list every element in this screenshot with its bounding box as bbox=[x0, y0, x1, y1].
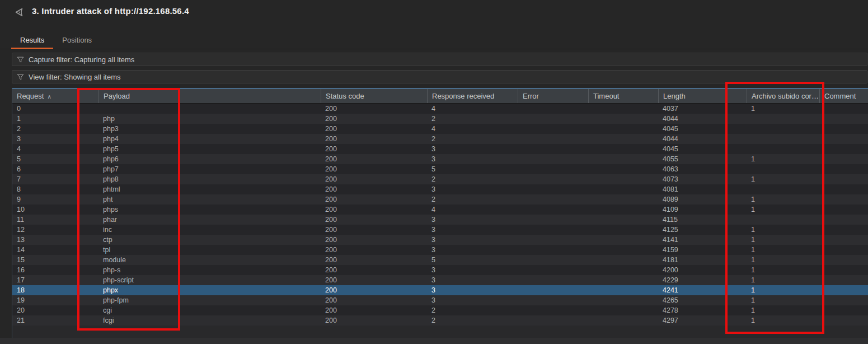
cell-request: 20 bbox=[12, 305, 98, 315]
cell-request: 5 bbox=[12, 154, 98, 164]
cell-response: 5 bbox=[427, 164, 518, 174]
cell-status: 200 bbox=[321, 245, 427, 255]
cell-length: 4125 bbox=[658, 225, 747, 235]
cell-payload: inc bbox=[98, 225, 321, 235]
cell-length: 4045 bbox=[658, 144, 747, 154]
table-row-16[interactable]: 16php-s200342001 bbox=[12, 265, 868, 275]
cell-error bbox=[518, 134, 588, 144]
cell-timeout bbox=[588, 315, 658, 326]
capture-filter-bar[interactable]: Capture filter: Capturing all items bbox=[12, 53, 867, 66]
cell-archivo bbox=[747, 134, 819, 144]
table-row-2[interactable]: 2php320044045 bbox=[12, 124, 868, 134]
cell-error bbox=[518, 174, 588, 184]
table-row-8[interactable]: 8phtml20034081 bbox=[12, 184, 868, 194]
cell-comment bbox=[819, 194, 868, 204]
column-header-length[interactable]: Length bbox=[658, 89, 747, 103]
cell-error bbox=[518, 215, 588, 225]
column-header-response[interactable]: Response received bbox=[427, 89, 518, 103]
cell-comment bbox=[819, 104, 868, 114]
column-header-error[interactable]: Error bbox=[518, 89, 588, 103]
column-header-archivo[interactable]: Archivo subido corr... bbox=[747, 89, 819, 103]
cell-archivo bbox=[747, 144, 819, 154]
table-row-12[interactable]: 12inc200341251 bbox=[12, 225, 868, 235]
table-row-10[interactable]: 10phps200441091 bbox=[12, 204, 868, 215]
column-header-payload[interactable]: Payload bbox=[98, 89, 321, 103]
cell-archivo: 1 bbox=[747, 225, 819, 235]
cell-request: 14 bbox=[12, 245, 98, 255]
tab-positions[interactable]: Positions bbox=[53, 32, 101, 49]
table-row-5[interactable]: 5php6200340551 bbox=[12, 154, 868, 164]
cell-length: 4241 bbox=[658, 285, 747, 295]
cell-response: 3 bbox=[427, 245, 518, 255]
cell-timeout bbox=[588, 305, 658, 315]
cell-archivo: 1 bbox=[747, 305, 819, 315]
table-row-21[interactable]: 21fcgi200242971 bbox=[12, 315, 868, 326]
column-header-timeout[interactable]: Timeout bbox=[588, 89, 658, 103]
view-filter-bar[interactable]: View filter: Showing all items bbox=[12, 70, 867, 83]
table-row-17[interactable]: 17php-script200342291 bbox=[12, 275, 868, 285]
table-row-1[interactable]: 1php20024044 bbox=[12, 114, 868, 124]
cell-request: 6 bbox=[12, 164, 98, 174]
cell-error bbox=[518, 235, 588, 245]
cell-payload: php7 bbox=[98, 164, 321, 174]
cell-response: 3 bbox=[427, 144, 518, 154]
column-header-request[interactable]: Request∧ bbox=[12, 89, 98, 103]
table-row-13[interactable]: 13ctp200341411 bbox=[12, 235, 868, 245]
cell-payload: cgi bbox=[98, 305, 321, 315]
cell-comment bbox=[819, 275, 868, 285]
cell-response: 4 bbox=[427, 124, 518, 134]
table-row-4[interactable]: 4php520034045 bbox=[12, 144, 868, 154]
cell-payload: phps bbox=[98, 204, 321, 215]
cell-status: 200 bbox=[321, 265, 427, 275]
cell-payload: ctp bbox=[98, 235, 321, 245]
cell-response: 3 bbox=[427, 285, 518, 295]
window-title: 3. Intruder attack of http://192.168.56.… bbox=[32, 6, 189, 16]
cell-timeout bbox=[588, 285, 658, 295]
cell-response: 3 bbox=[427, 265, 518, 275]
cell-payload: fcgi bbox=[98, 315, 321, 326]
cell-payload: php bbox=[98, 114, 321, 124]
table-row-9[interactable]: 9pht200240891 bbox=[12, 194, 868, 204]
cell-comment bbox=[819, 164, 868, 174]
table-row-0[interactable]: 0200440371 bbox=[12, 104, 868, 114]
column-header-comment[interactable]: Comment bbox=[819, 89, 868, 103]
cell-request: 8 bbox=[12, 184, 98, 194]
cell-response: 2 bbox=[427, 174, 518, 184]
tab-results[interactable]: Results bbox=[11, 32, 53, 49]
cell-status: 200 bbox=[321, 285, 427, 295]
table-row-20[interactable]: 20cgi200242781 bbox=[12, 305, 868, 315]
table-row-7[interactable]: 7php8200240731 bbox=[12, 174, 868, 184]
cell-error bbox=[518, 104, 588, 114]
cell-length: 4045 bbox=[658, 124, 747, 134]
cell-comment bbox=[819, 225, 868, 235]
table-row-3[interactable]: 3php420024044 bbox=[12, 134, 868, 144]
table-body: 02004403711php200240442php3200440453php4… bbox=[12, 104, 868, 326]
cell-response: 2 bbox=[427, 134, 518, 144]
cell-comment bbox=[819, 215, 868, 225]
cell-comment bbox=[819, 124, 868, 134]
cell-archivo: 1 bbox=[747, 194, 819, 204]
cell-timeout bbox=[588, 134, 658, 144]
cell-timeout bbox=[588, 204, 658, 215]
table-row-6[interactable]: 6php720054063 bbox=[12, 164, 868, 174]
cell-request: 17 bbox=[12, 275, 98, 285]
cell-request: 19 bbox=[12, 295, 98, 305]
table-row-15[interactable]: 15module200541811 bbox=[12, 255, 868, 265]
table-row-14[interactable]: 14tpl200341591 bbox=[12, 245, 868, 255]
cell-length: 4200 bbox=[658, 265, 747, 275]
column-header-status[interactable]: Status code bbox=[321, 89, 427, 103]
table-row-19[interactable]: 19php-fpm200342651 bbox=[12, 295, 868, 305]
cell-error bbox=[518, 275, 588, 285]
table-row-11[interactable]: 11phar20034115 bbox=[12, 215, 868, 225]
cell-status: 200 bbox=[321, 305, 427, 315]
table-row-18[interactable]: 18phpx200342411 bbox=[12, 285, 868, 295]
tab-bar: ResultsPositions bbox=[11, 32, 101, 49]
cell-length: 4159 bbox=[658, 245, 747, 255]
cell-archivo: 1 bbox=[747, 204, 819, 215]
horizontal-scrollbar-track[interactable] bbox=[0, 338, 868, 344]
cell-payload: phtml bbox=[98, 184, 321, 194]
cell-length: 4109 bbox=[658, 204, 747, 215]
cell-request: 9 bbox=[12, 194, 98, 204]
cell-timeout bbox=[588, 194, 658, 204]
cell-status: 200 bbox=[321, 275, 427, 285]
